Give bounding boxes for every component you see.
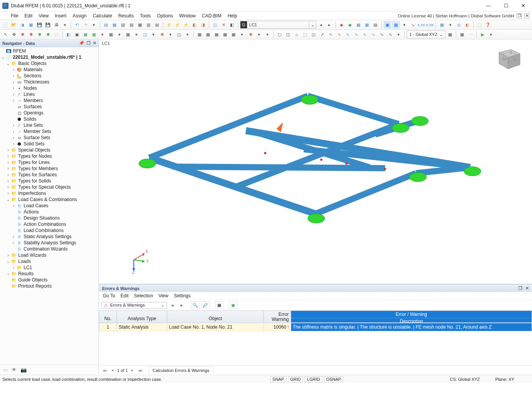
t2-i10-icon[interactable]: ∿ [352,31,360,38]
tree-item[interactable]: 📁Printout Reports [0,283,99,289]
maximize-button[interactable]: ☐ [497,0,515,11]
t2-k1-icon[interactable]: ▶ [479,31,486,38]
tables-icon[interactable]: ▤ [102,21,110,29]
t2-g1-icon[interactable]: ◧ [65,31,72,38]
view-cube[interactable]: +X -Y -Z [493,45,523,72]
t2-g14-icon[interactable]: ◫ [175,31,183,38]
status-toggle-grid[interactable]: GRID [288,376,304,382]
view3-icon[interactable]: ▾ [401,21,408,29]
err-next-icon[interactable]: ▸ [178,301,186,309]
view5-icon[interactable]: x.xx [418,21,425,29]
calc4-icon[interactable]: ◧ [191,21,198,29]
t2-g3-icon[interactable]: ▦ [82,31,89,38]
t2-h3-icon[interactable]: ▦ [213,31,220,38]
t2-g5-icon[interactable]: ▾ [99,31,106,38]
disp3-icon[interactable]: ◎ [455,21,463,29]
tree-item[interactable]: ›▭Thicknesses [0,79,99,85]
view4-icon[interactable]: ↘ [409,21,417,29]
t2-i11-icon[interactable]: ∿ [361,31,368,38]
mdi-restore-icon[interactable]: ❐ [517,13,522,19]
errors-pop-icon[interactable]: ❐ [518,286,522,291]
nav-pin-icon[interactable]: 📌 [79,41,84,46]
t2-h4-icon[interactable]: ▦ [221,31,229,38]
tree-item[interactable]: ›🎨Materials [0,66,99,73]
show1-icon[interactable]: ◫ [211,21,219,29]
res4-icon[interactable]: ▦ [363,21,371,29]
t2-i2-icon[interactable]: ◫ [284,31,292,38]
error-row[interactable]: 1Static AnalysisLoad Case No. 1, Node No… [99,323,532,331]
t2-k2-icon[interactable]: ▾ [487,31,495,38]
t2-g15-icon[interactable]: ▾ [184,31,191,38]
tables6-icon[interactable]: ▥ [145,21,152,29]
close-button[interactable]: ✕ [515,0,532,11]
lc-next-icon[interactable]: ▸ [326,21,333,29]
viewport-3d[interactable]: LC1 +X -Y -Z [99,39,532,284]
redo-icon[interactable]: ↷ [82,21,89,29]
tree-item[interactable]: ⎘Load Combinations [0,227,99,234]
tree-item[interactable]: 📁Guide Objects [0,277,99,283]
err-menu-selection[interactable]: Selection [134,293,153,298]
menu-file[interactable]: File [8,12,21,19]
status-toggle-lgrid[interactable]: LGRID [305,376,322,382]
tree-item[interactable]: ›📁Types for Surfaces [0,172,99,178]
errors-filter-dropdown[interactable]: ⚠ Errors & Warnings ⌄ [101,302,167,309]
pager-last-icon[interactable]: ⏭ [137,368,144,373]
cs-dd-icon[interactable]: ⌄ [439,32,443,37]
tree-item[interactable]: ›⬢Solid Sets [0,141,99,147]
tree-item[interactable]: ›⎘Stability Analysis Settings [0,240,99,246]
box-icon[interactable]: ⬚ [476,21,483,29]
nav-close-icon[interactable]: ✕ [93,41,96,46]
t2-h7-icon[interactable]: ✱ [247,31,254,38]
tree-item[interactable]: ⎘Actions [0,209,99,215]
mdi-close-icon[interactable]: ✕ [524,13,530,19]
t2-j1-icon[interactable]: ▦ [446,31,454,38]
tree-item[interactable]: ▱Surfaces [0,104,99,110]
res2-icon[interactable]: ◆ [346,21,354,29]
tree-item[interactable]: ›▱Surface Sets [0,135,99,141]
err-table-icon[interactable]: ▦ [215,301,223,309]
tree-item[interactable]: ›📁Imperfections [0,190,99,196]
status-toggle-snap[interactable]: SNAP [270,376,286,382]
err-find2-icon[interactable]: 🔎 [201,301,210,309]
tree-item[interactable]: ›∕Lines [0,91,99,97]
t2-g2-icon[interactable]: ▣ [73,31,81,38]
open-icon[interactable]: 📂 [10,21,18,29]
show2-icon[interactable]: ✕ [220,21,227,29]
t2-i4-icon[interactable]: ⬚ [301,31,309,38]
tree-item[interactable]: ›⟋Members [0,97,99,104]
minimize-button[interactable]: — [480,0,497,11]
nav-tab1-icon[interactable]: ▭ [3,367,8,373]
tree-item[interactable]: ⌄📁Loads [0,258,99,264]
view6-icon[interactable]: x.xx [426,21,434,29]
menu-tools[interactable]: Tools [137,12,154,19]
t2-g7-icon[interactable]: ▾ [116,31,123,38]
t2-pick2-icon[interactable]: ✱ [27,31,35,38]
navigator-tree[interactable]: ▦RFEM⌄📄220121_Model_unstable.rf6* | 1⌄📁B… [0,47,99,365]
t2-i13-icon[interactable]: ∿ [378,31,385,38]
t2-g8-icon[interactable]: ▦ [124,31,132,38]
pager-next-icon[interactable]: ▸ [130,368,135,373]
tree-item[interactable]: ›📁Types for Special Objects [0,184,99,190]
menu-results[interactable]: Results [115,12,137,19]
t2-g11-icon[interactable]: ▾ [150,31,157,38]
nav-tab2-icon[interactable]: 👁 [12,367,17,373]
menu-app-icon[interactable] [1,13,6,19]
t2-j3-icon[interactable]: ⋯ [467,31,474,38]
t2-sel-icon[interactable]: ⬚ [53,31,60,38]
t2-h9-icon[interactable]: ▾ [264,31,271,38]
menu-cad-bim[interactable]: CAD-BIM [199,12,225,19]
err-menu-edit[interactable]: Edit [121,293,129,298]
t2-cursor-icon[interactable]: ↖ [2,31,9,38]
t2-i5-icon[interactable]: ◫ [310,31,317,38]
nav-tab3-icon[interactable]: 📷 [20,367,27,373]
lc-dd-icon[interactable]: ⌄ [309,22,316,27]
disp1-icon[interactable]: ▦ [438,21,446,29]
tree-item[interactable]: ◻Openings [0,110,99,116]
model-icon[interactable]: ◑ [19,21,26,29]
help-icon[interactable]: ❓ [484,21,492,29]
t2-i6-icon[interactable]: ➚ [318,31,326,38]
saveall-icon[interactable]: 💾 [44,21,52,29]
undo-dd-icon[interactable]: ▾ [90,21,98,29]
tree-item[interactable]: ›⎘Static Analysis Settings [0,234,99,240]
cs-dropdown[interactable]: 1 - Global XYZ ⌄ [407,31,445,38]
